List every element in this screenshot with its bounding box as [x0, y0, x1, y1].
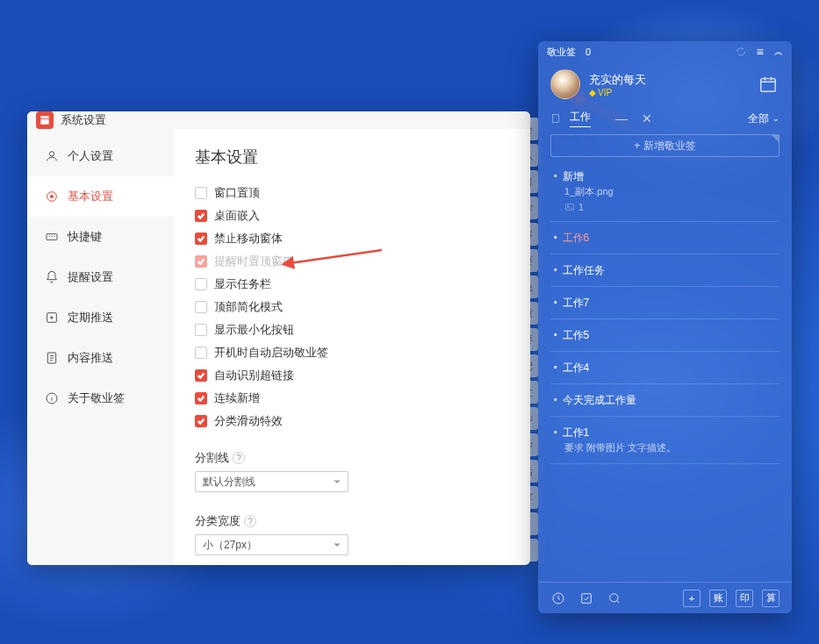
checkbox-row[interactable]: 桌面嵌入 [195, 208, 509, 224]
play-icon [45, 311, 59, 325]
note-title-text: 工作6 [563, 231, 776, 245]
settings-titlebar[interactable]: 系统设置 [27, 111, 530, 129]
sidebar-item-about[interactable]: 关于敬业签 [27, 378, 174, 419]
bullet-icon: • [554, 296, 557, 310]
filter-dropdown[interactable]: 全部 ⌄ [748, 111, 779, 126]
calendar-icon[interactable] [757, 73, 779, 96]
note-item[interactable]: •工作6 [550, 222, 779, 254]
divider-select[interactable]: 默认分割线 [195, 471, 348, 492]
checkbox-row[interactable]: 显示任务栏 [195, 276, 509, 292]
checkbox-row[interactable]: 窗口置顶 [195, 185, 509, 201]
sidebar-item-reminder[interactable]: 提醒设置 [27, 257, 174, 297]
help-icon[interactable]: ? [244, 515, 256, 527]
note-item[interactable]: •工作任务 [550, 254, 779, 287]
collapse-icon[interactable]: ︽ [774, 46, 783, 58]
user-avatar[interactable] [550, 69, 580, 99]
checkbox-row[interactable]: 连续新增 [195, 390, 509, 406]
search-icon[interactable] [607, 590, 622, 606]
note-item[interactable]: •工作5 [550, 319, 779, 352]
checkbox[interactable] [195, 301, 207, 313]
note-item[interactable]: •新增1_副本.png1 [550, 161, 779, 222]
svg-point-0 [49, 152, 54, 156]
close-icon[interactable]: ✕ [642, 111, 652, 125]
note-title-text: 新增 [563, 169, 776, 183]
bullet-icon: • [554, 426, 557, 440]
width-section-label: 分类宽度 ? [195, 513, 509, 529]
notes-app-name: 敬业签 [547, 46, 576, 59]
notes-list[interactable]: •新增1_副本.png1•工作6•工作任务•工作7•工作5•工作4•今天完成工作… [538, 161, 792, 582]
checkbox-label: 窗口置顶 [214, 185, 260, 201]
bullet-icon: • [554, 328, 557, 342]
menu-icon[interactable]: ≡ [757, 45, 764, 59]
checkbox[interactable] [195, 187, 207, 199]
note-title-text: 工作7 [563, 296, 776, 310]
sidebar-label: 关于敬业签 [68, 390, 125, 406]
checkbox[interactable] [195, 392, 207, 404]
note-item[interactable]: •工作1要求 附带图片 文字描述。 [550, 417, 779, 464]
sidebar-item-personal[interactable]: 个人设置 [27, 136, 174, 176]
checkbox[interactable] [195, 210, 207, 222]
sidebar-label: 个人设置 [68, 148, 113, 164]
add-note-button[interactable]: + 新增敬业签 [550, 134, 779, 157]
checkbox[interactable] [195, 233, 207, 245]
svg-rect-9 [761, 79, 776, 92]
help-icon[interactable]: ? [233, 452, 245, 464]
checkbox-label: 显示最小化按钮 [214, 322, 294, 338]
note-item[interactable]: •今天完成工作量 [550, 384, 779, 417]
app-logo-icon [36, 111, 54, 129]
svg-point-2 [50, 195, 54, 198]
divider-section-label: 分割线 ? [195, 450, 509, 466]
sidebar-item-content[interactable]: 内容推送 [27, 338, 174, 378]
checkbox-label: 显示任务栏 [214, 276, 271, 292]
content-title: 基本设置 [195, 147, 509, 168]
checkbox[interactable] [195, 324, 207, 336]
note-item[interactable]: •工作4 [550, 352, 779, 384]
checkbox-label: 提醒时置顶窗口 [214, 254, 294, 269]
checkbox-row[interactable]: 顶部简化模式 [195, 299, 509, 315]
sidebar-item-schedule[interactable]: 定期推送 [27, 297, 174, 338]
clock-icon[interactable] [550, 590, 566, 606]
document-icon [45, 351, 59, 365]
chevron-down-icon: ⌄ [772, 114, 779, 123]
checkbox-row[interactable]: 分类滑动特效 [195, 413, 509, 429]
sidebar-item-basic[interactable]: 基本设置 [27, 176, 174, 217]
footer-add-button[interactable]: + [683, 590, 700, 607]
checkbox-row[interactable]: 自动识别超链接 [195, 368, 509, 383]
footer-calc-button[interactable]: 算 [762, 590, 779, 607]
checkbox-row[interactable]: 禁止移动窗体 [195, 231, 509, 247]
check-icon[interactable] [578, 590, 594, 606]
checkbox-row[interactable]: 开机时自动启动敬业签 [195, 345, 509, 361]
note-icon [550, 113, 561, 124]
checkbox[interactable] [195, 369, 207, 382]
checkbox[interactable] [195, 278, 207, 290]
checkbox-label: 连续新增 [214, 390, 260, 406]
checkbox-row[interactable]: 显示最小化按钮 [195, 322, 509, 338]
checkbox-label: 分类滑动特效 [214, 413, 283, 429]
notes-tabbar: 工作 — ✕ 全部 ⌄ [538, 106, 792, 131]
user-name: 充实的每天 [589, 72, 748, 88]
checkbox-row: 提醒时置顶窗口 [195, 254, 509, 269]
footer-print-button[interactable]: 印 [736, 590, 753, 607]
bullet-icon: • [554, 169, 557, 183]
footer-account-button[interactable]: 账 [709, 590, 727, 607]
settings-sidebar: 个人设置 基本设置 快捷键 提醒设置 定期推送 内容推送 [27, 129, 174, 565]
notes-header: 充实的每天 VIP [538, 62, 792, 106]
notes-footer: + 账 印 算 [538, 582, 792, 613]
minimize-icon[interactable]: — [615, 111, 628, 125]
checkbox[interactable] [195, 347, 207, 359]
sidebar-item-shortcut[interactable]: 快捷键 [27, 217, 174, 257]
checkbox[interactable] [195, 415, 207, 427]
settings-window-title: 系统设置 [61, 112, 106, 128]
notes-titlebar[interactable]: 敬业签 0 ≡ ︽ [538, 41, 792, 62]
notes-window: 敬业签 0 ≡ ︽ 充实的每天 VIP 工作 — ✕ 全部 ⌄ [538, 41, 792, 613]
sync-icon[interactable] [736, 47, 746, 57]
target-icon [45, 190, 59, 204]
checkbox-label: 桌面嵌入 [214, 208, 260, 224]
note-title-text: 工作任务 [563, 263, 776, 277]
keyboard-icon [45, 230, 59, 244]
note-item[interactable]: •工作7 [550, 287, 779, 319]
notification-badge[interactable]: 0 [583, 47, 591, 57]
note-sub-text: 要求 附带图片 文字描述。 [564, 441, 776, 454]
width-select[interactable]: 小（27px） [195, 534, 348, 555]
current-tab-label[interactable]: 工作 [570, 110, 591, 127]
